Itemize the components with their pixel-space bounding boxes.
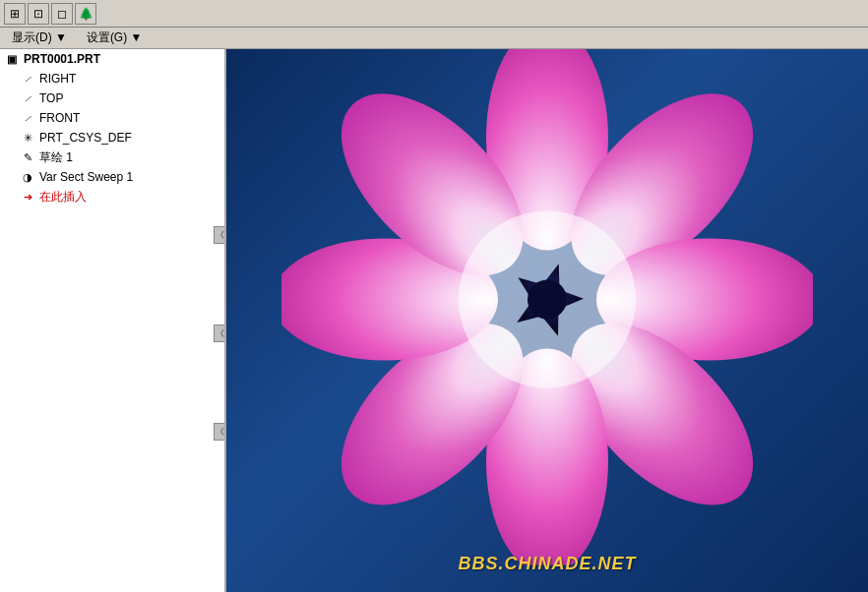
- main-layout: ▣PRT0001.PRT⟋RIGHT⟋TOP⟋FRONT✳PRT_CSYS_DE…: [0, 49, 868, 592]
- svg-point-10: [527, 279, 567, 319]
- tree-label-sketch: 草绘 1: [39, 148, 73, 166]
- toolbar-btn-3[interactable]: ◻: [51, 3, 73, 25]
- tree-item-prt_csys[interactable]: ✳PRT_CSYS_DEF: [0, 128, 224, 148]
- sidebar-collapse-mid[interactable]: 《: [214, 325, 225, 342]
- tree-icon-right: ⟋: [20, 70, 35, 88]
- tree-icon-top: ⟋: [20, 89, 35, 107]
- tree-icon-prt_csys: ✳: [20, 129, 35, 147]
- tree-item-insert[interactable]: ➔在此插入: [0, 187, 224, 207]
- tree-label-top: TOP: [39, 89, 63, 107]
- toolbar: ⊞ ⊡ ◻ 🌲: [0, 0, 868, 28]
- sidebar-collapse-top[interactable]: 《: [214, 226, 225, 244]
- tree-icon-sketch: ✎: [20, 148, 35, 166]
- tree-label-right: RIGHT: [39, 70, 76, 88]
- tree-label-prt_csys: PRT_CSYS_DEF: [39, 129, 132, 147]
- tree-label-insert: 在此插入: [39, 188, 87, 206]
- tree-label-root: PRT0001.PRT: [24, 50, 100, 68]
- tree-item-front[interactable]: ⟋FRONT: [0, 108, 224, 128]
- sidebar-collapse-bot[interactable]: 《: [214, 423, 225, 441]
- tree-item-sweep[interactable]: ◑Var Sect Sweep 1: [0, 167, 224, 187]
- tree-icon-root: ▣: [4, 50, 20, 68]
- toolbar-btn-4[interactable]: 🌲: [75, 3, 96, 25]
- tree-icon-front: ⟋: [20, 109, 35, 127]
- menu-settings[interactable]: 设置(G) ▼: [83, 29, 147, 47]
- tree-container: ▣PRT0001.PRT⟋RIGHT⟋TOP⟋FRONT✳PRT_CSYS_DE…: [0, 49, 224, 207]
- tree-item-sketch[interactable]: ✎草绘 1: [0, 148, 224, 167]
- tree-item-root[interactable]: ▣PRT0001.PRT: [0, 49, 224, 69]
- menubar: 显示(D) ▼ 设置(G) ▼: [0, 28, 868, 49]
- menu-display[interactable]: 显示(D) ▼: [8, 29, 71, 47]
- tree-item-right[interactable]: ⟋RIGHT: [0, 69, 224, 89]
- tree-item-top[interactable]: ⟋TOP: [0, 89, 224, 108]
- flower-svg: [281, 49, 813, 564]
- toolbar-btn-2[interactable]: ⊡: [28, 3, 49, 25]
- tree-label-front: FRONT: [39, 109, 80, 127]
- watermark: BBS.CHINADE.NET: [458, 554, 636, 574]
- flower-container: [281, 49, 813, 564]
- sidebar: ▣PRT0001.PRT⟋RIGHT⟋TOP⟋FRONT✳PRT_CSYS_DE…: [0, 49, 226, 592]
- tree-icon-insert: ➔: [20, 188, 35, 206]
- viewport: BBS.CHINADE.NET: [226, 49, 868, 592]
- toolbar-btn-1[interactable]: ⊞: [4, 3, 26, 25]
- tree-icon-sweep: ◑: [20, 168, 35, 186]
- tree-label-sweep: Var Sect Sweep 1: [39, 168, 133, 186]
